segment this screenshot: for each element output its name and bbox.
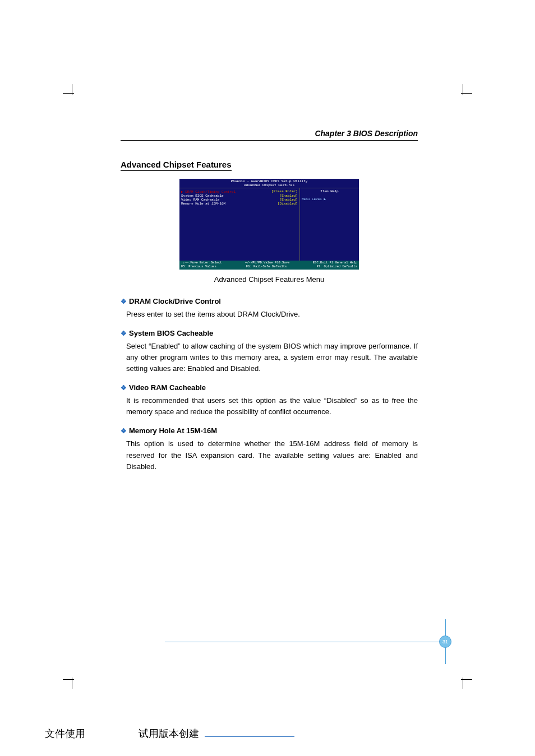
crop-mark-top-right: [453, 84, 472, 103]
bios-row-value: [Disabled]: [278, 202, 298, 206]
footer-underline: [205, 736, 294, 737]
bios-row-value: [Enabled]: [280, 194, 298, 198]
crop-mark-bottom-left: [63, 670, 82, 689]
bullet-icon: ❖: [121, 298, 127, 305]
bios-row: System BIOS Cacheable [Enabled]: [181, 194, 298, 198]
bios-row-label: ▶ DRAM Clock/Timing Control: [181, 189, 271, 194]
crop-mark-bottom-right: [453, 670, 472, 689]
footer-text: 文件使用 试用版本创建: [45, 727, 294, 740]
bios-row: Memory Hole at 15M-16M [Disabled]: [181, 202, 298, 206]
doc-item-title-text: System BIOS Cacheable: [129, 329, 213, 337]
bullet-icon: ❖: [121, 427, 127, 435]
doc-item-title-text: DRAM Clock/Drive Control: [129, 297, 221, 305]
bios-body: ▶ DRAM Clock/Timing Control [Press Enter…: [179, 188, 359, 261]
bios-row: Video RAM Cacheable [Enabled]: [181, 198, 298, 202]
registration-hline: [165, 642, 445, 642]
doc-item-title: ❖Memory Hole At 15M-16M: [121, 426, 418, 435]
doc-item-title: ❖DRAM Clock/Drive Control: [121, 297, 418, 305]
doc-item-body: Press enter to set the items about DRAM …: [121, 309, 418, 320]
bullet-icon: ❖: [121, 384, 127, 392]
page-number-badge: 31: [439, 636, 451, 648]
bios-screenshot: Phoenix - AwardBIOS CMOS Setup Utility A…: [179, 179, 359, 270]
bios-footer-cell: F5: Previous Values: [181, 265, 216, 269]
bios-titlebar: Phoenix - AwardBIOS CMOS Setup Utility A…: [179, 179, 359, 188]
bios-footer-cell: F7: Optimized Defaults: [316, 265, 357, 269]
bios-left-panel: ▶ DRAM Clock/Timing Control [Press Enter…: [179, 188, 300, 261]
figure-caption: Advanced Chipset Features Menu: [121, 275, 418, 284]
doc-item: ❖Memory Hole At 15M-16M This option is u…: [121, 426, 418, 472]
bios-help-title: Item Help: [302, 189, 357, 193]
doc-item-body: This option is used to determine whether…: [121, 438, 418, 472]
crop-mark-top-left: [63, 84, 82, 103]
doc-item: ❖Video RAM Cacheable It is recommended t…: [121, 383, 418, 418]
bios-footer-cell: F6: Fail-Safe Defaults: [246, 265, 287, 269]
bios-right-panel: Item Help Menu Level ▶: [300, 188, 359, 261]
footer-text-right: 试用版本创建: [139, 728, 199, 739]
doc-item: ❖DRAM Clock/Drive Control Press enter to…: [121, 297, 418, 320]
footer-text-left: 文件使用: [45, 728, 85, 739]
bios-title-line1: Phoenix - AwardBIOS CMOS Setup Utility: [179, 179, 359, 183]
bios-row-value: [Enabled]: [280, 198, 298, 202]
bios-help-line: Menu Level ▶: [302, 197, 357, 201]
doc-item-title-text: Memory Hole At 15M-16M: [129, 426, 217, 435]
doc-item-title: ❖System BIOS Cacheable: [121, 329, 418, 337]
chapter-header: Chapter 3 BIOS Description: [121, 129, 418, 141]
section-title: Advanced Chipset Features: [121, 160, 232, 171]
bios-row-value: [Press Enter]: [271, 189, 298, 194]
doc-item-title-text: Video RAM Cacheable: [129, 383, 206, 392]
bios-row-label: System BIOS Cacheable: [181, 194, 280, 198]
bios-row: ▶ DRAM Clock/Timing Control [Press Enter…: [181, 189, 298, 194]
doc-item-title: ❖Video RAM Cacheable: [121, 383, 418, 392]
doc-item-body: Select “Enabled” to allow caching of the…: [121, 341, 418, 374]
doc-item: ❖System BIOS Cacheable Select “Enabled” …: [121, 329, 418, 374]
doc-item-body: It is recommended that users set this op…: [121, 395, 418, 418]
registration-target: 31: [428, 625, 462, 658]
bios-title-line2: Advanced Chipset Features: [179, 183, 359, 187]
page-content: Chapter 3 BIOS Description Advanced Chip…: [121, 129, 418, 481]
bios-row-label: Video RAM Cacheable: [181, 198, 280, 202]
bios-row-label: Memory Hole at 15M-16M: [181, 202, 278, 206]
bios-footer: ↑↓→←:Move Enter:Select +/-/PU/PD:Value F…: [179, 261, 359, 269]
bullet-icon: ❖: [121, 330, 127, 337]
